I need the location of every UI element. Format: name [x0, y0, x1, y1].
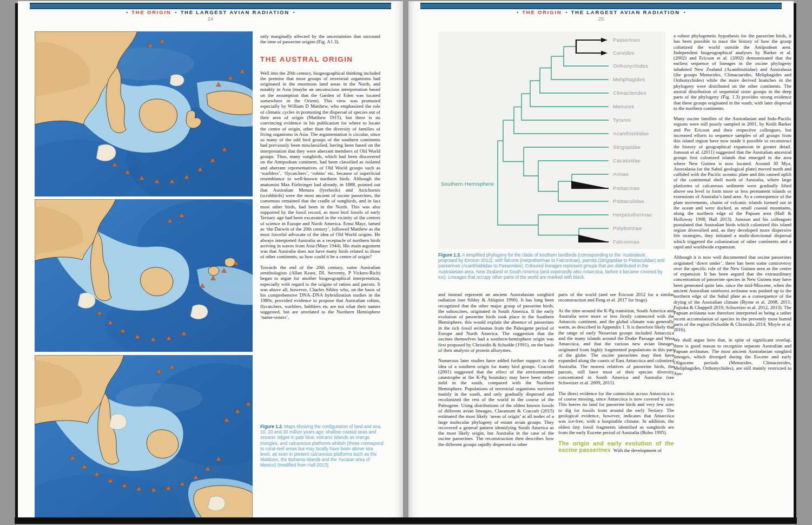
taxon-label-psittaculidae: Psittaculidae — [613, 198, 644, 204]
taxon-label-cacatuidae: Cacatuidae — [613, 158, 641, 163]
running-head: •THE ORIGIN•THE LARGEST AVIAN RADIATION• — [408, 9, 794, 15]
book-spread: { "running_head": { "bullet": "•", "chap… — [0, 0, 812, 525]
tree-black-lineages — [572, 38, 609, 242]
subsection-lead-text: With the development of — [613, 448, 662, 453]
figure-1-3-caption: Figure 1.3. A simplified phylogeny for t… — [438, 252, 665, 280]
arrow-icon — [601, 38, 608, 42]
body-paragraph: and instead represent an ancient Austral… — [438, 292, 554, 353]
map-panel-30mya — [35, 355, 253, 517]
taxon-labels: Passerines Corvides Orthonychides Meliph… — [613, 37, 652, 245]
body-paragraph: Although it is now well documented that … — [674, 254, 791, 332]
bullet-icon: • — [513, 10, 522, 15]
figure-caption-text: Maps showing the configuration of land a… — [260, 424, 384, 468]
body-paragraph: Many oscine families of the Australasian… — [674, 116, 791, 250]
arrow-icon — [601, 51, 608, 55]
taxon-label-psittacinae: Psittacinae — [613, 185, 640, 191]
figure-1-3-phylogeny: Passerines Corvides Orthonychides Meliph… — [438, 31, 665, 249]
running-head-book: THE LARGEST AVIAN RADIATION — [571, 9, 679, 15]
body-paragraph: At the time around the K-Pg transition, … — [558, 308, 674, 386]
figure-label: Figure 1.2. — [260, 424, 283, 429]
running-head-chapter: THE ORIGIN — [131, 9, 171, 15]
page-left: •THE ORIGIN•THE LARGEST AVIAN RADIATION•… — [18, 1, 403, 517]
taxon-label-menures: Menures — [613, 103, 634, 109]
body-paragraph: Well into the 20th century, biogeographi… — [260, 70, 380, 260]
body-paragraph: a robust phylogenetic hypothesis for the… — [674, 33, 791, 111]
taxon-label-falconinae: Falconinae — [613, 239, 639, 245]
page-right: •THE ORIGIN•THE LARGEST AVIAN RADIATION•… — [408, 1, 794, 517]
taxon-label-herpetotherinae: Herpetotherinae — [613, 212, 652, 218]
figure-label: Figure 1.3. — [438, 252, 461, 258]
taxon-label-strigopidae: Strigopidae — [613, 144, 641, 150]
page-number: 25 — [408, 16, 794, 22]
bullet-icon: • — [289, 10, 299, 15]
running-head-chapter: THE ORIGIN — [522, 9, 562, 15]
intro-paragraph: only marginally affected by the uncertai… — [260, 34, 380, 45]
running-head: •THE ORIGIN•THE LARGEST AVIAN RADIATION• — [18, 9, 403, 15]
subsection-paragraph: The origin and early evolution of the os… — [558, 440, 674, 454]
right-text-column-2: parts of the world (and see Ericson 2012… — [558, 292, 674, 512]
figure-1-2-caption: Figure 1.2. Maps showing the configurati… — [260, 424, 384, 468]
body-paragraph: The direct evidence for the connection a… — [558, 391, 674, 435]
bullet-icon: • — [680, 10, 689, 15]
taxon-label-arinae: Arinae — [613, 171, 629, 177]
book-edge-right — [794, 3, 796, 518]
bullet-icon: • — [562, 10, 571, 15]
running-head-book: THE LARGEST AVIAN RADIATION — [180, 9, 289, 15]
phylo-tree: Passerines Corvides Orthonychides Meliph… — [438, 31, 665, 249]
taxon-label-orthonychides: Orthonychides — [613, 63, 648, 69]
book-edge-bottom — [15, 517, 797, 524]
bullet-icon: • — [122, 10, 131, 15]
section-heading: THE AUSTRAL ORIGIN — [260, 55, 380, 63]
body-paragraph: parts of the world (and see Ericson 2012… — [558, 292, 674, 303]
figure-caption-text: A simplified phylogeny for the clade of … — [438, 252, 665, 280]
right-text-column-3: a robust phylogenetic hypothesis for the… — [674, 33, 791, 513]
bullet-icon: • — [171, 10, 181, 15]
header-bar — [420, 3, 782, 9]
taxon-label-passerines: Passerines — [613, 37, 640, 43]
map-panel-10mya — [35, 31, 253, 210]
taxon-label-acanthisittidae: Acanthisittidae — [613, 130, 649, 136]
figure-1-2-maps — [35, 31, 253, 517]
taxon-label-corvides: Corvides — [613, 50, 635, 56]
body-paragraph: Towards the end of the 20th century, som… — [260, 265, 380, 320]
taxon-label-tyranni: Tyranni — [613, 117, 631, 123]
body-paragraph: We shall argue here that, in spite of si… — [674, 337, 791, 376]
taxon-label-meliphagides: Meliphagides — [613, 76, 645, 82]
taxon-label-polyborinae: Polyborinae — [613, 225, 642, 231]
maps-illustration — [35, 31, 253, 517]
tree-green-lineages — [498, 47, 609, 235]
body-paragraph: Numerous later studies have added furthe… — [438, 358, 554, 447]
taxon-label-climacterides: Climacterides — [613, 90, 646, 96]
map-panel-20mya — [35, 199, 253, 362]
header-bar — [30, 3, 391, 9]
page-number: 24 — [18, 16, 403, 22]
right-text-column-1: and instead represent an ancient Austral… — [438, 292, 554, 512]
southern-hemisphere-label: Southern Hemisphere — [441, 181, 494, 187]
